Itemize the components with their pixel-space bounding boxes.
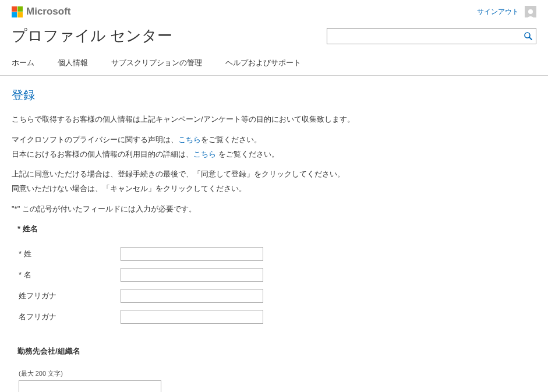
org-input[interactable] bbox=[19, 380, 161, 392]
search-input[interactable] bbox=[327, 28, 536, 44]
jp-prefix: 日本におけるお客様の個人情報の利用目的の詳細は、 bbox=[12, 150, 193, 158]
firstname-kana-input[interactable] bbox=[121, 310, 263, 324]
svg-line-1 bbox=[529, 37, 532, 40]
privacy-line: マイクロソフトのプライバシーに関する声明は、こちらをご覧ください。 bbox=[12, 134, 536, 146]
privacy-prefix: マイクロソフトのプライバシーに関する声明は、 bbox=[12, 135, 178, 144]
privacy-suffix: をご覧ください。 bbox=[201, 135, 261, 144]
avatar-icon[interactable] bbox=[525, 6, 536, 17]
microsoft-logo: Microsoft bbox=[12, 6, 71, 17]
main-nav: ホーム 個人情報 サブスクリプションの管理 ヘルプおよびサポート bbox=[0, 58, 548, 76]
privacy-link[interactable]: こちら bbox=[178, 135, 201, 144]
lastname-kana-label: 姓フリガナ bbox=[19, 291, 121, 301]
lastname-label: * 姓 bbox=[19, 249, 121, 259]
lastname-input[interactable] bbox=[121, 247, 263, 261]
firstname-label: * 名 bbox=[19, 270, 121, 280]
content-heading: 登録 bbox=[12, 87, 536, 103]
microsoft-logo-icon bbox=[12, 6, 23, 17]
search-button[interactable] bbox=[522, 30, 534, 42]
org-hint: (最大 200 文字) bbox=[19, 369, 536, 378]
intro-text: こちらで取得するお客様の個人情報は上記キャンペーン/アンケート等の目的において収… bbox=[12, 114, 536, 126]
section-name-label: * 姓名 bbox=[17, 224, 536, 234]
jp-suffix: をご覧ください。 bbox=[216, 150, 279, 158]
section-org-label: 勤務先会社/組織名 bbox=[17, 346, 536, 356]
consent-line1: 上記に同意いただける場合は、登録手続きの最後で、「同意して登録」をクリックしてく… bbox=[12, 168, 536, 181]
jp-line: 日本におけるお客様の個人情報の利用目的の詳細は、こちら をご覧ください。 bbox=[12, 149, 536, 161]
nav-home[interactable]: ホーム bbox=[12, 58, 34, 68]
nav-subscription[interactable]: サブスクリプションの管理 bbox=[111, 58, 202, 68]
page-title: プロファイル センター bbox=[12, 26, 172, 46]
search-icon bbox=[524, 31, 533, 41]
firstname-input[interactable] bbox=[121, 268, 263, 282]
consent-line2: 同意いただけない場合は、「キャンセル」をクリックしてください。 bbox=[12, 183, 536, 195]
lastname-kana-input[interactable] bbox=[121, 289, 263, 303]
nav-personal[interactable]: 個人情報 bbox=[58, 58, 88, 68]
jp-link[interactable]: こちら bbox=[193, 150, 216, 158]
nav-help[interactable]: ヘルプおよびサポート bbox=[225, 58, 301, 68]
firstname-kana-label: 名フリガナ bbox=[19, 312, 121, 322]
required-note: "*" この記号が付いたフィールドには入力が必要です。 bbox=[12, 203, 536, 216]
brand-text: Microsoft bbox=[26, 6, 71, 17]
signout-link[interactable]: サインアウト bbox=[477, 7, 519, 17]
